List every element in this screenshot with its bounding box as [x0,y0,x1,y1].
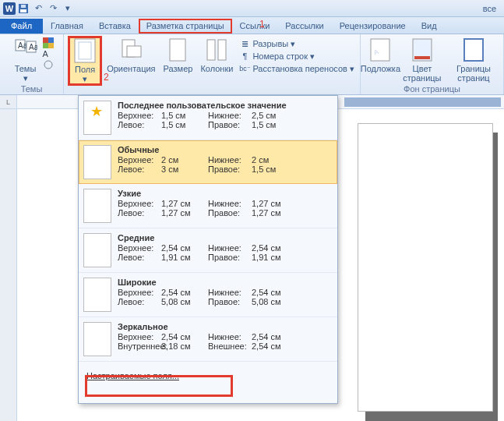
svg-rect-9 [43,43,48,48]
preset-title: Средние [118,233,331,242]
margins-dropdown: ★Последнее пользовательское значениеВерх… [78,95,338,404]
group-themes: AaAa Темы ▾ A Темы [0,34,64,94]
svg-rect-7 [43,37,48,43]
preset-title: Узкие [118,189,331,198]
qat-dropdown-icon[interactable]: ▾ [61,2,75,16]
page-borders-button[interactable]: Границы страниц [447,36,500,84]
columns-icon [204,37,229,62]
line-numbers-button[interactable]: ¶Номера строк▾ [239,50,354,62]
theme-effects-icon[interactable] [43,59,54,70]
svg-rect-23 [464,39,483,61]
line-numbers-icon: ¶ [239,51,250,62]
tab-home[interactable]: Главная [43,19,91,34]
preset-title: Обычные [118,145,331,154]
group-page-background: A Подложка Цвет страницы Границы страниц… [361,34,504,94]
theme-colors-icon[interactable] [43,37,54,48]
titlebar: W ↶ ↷ ▾ все [0,0,504,17]
svg-rect-1 [20,9,26,12]
hyphenation-button[interactable]: bc⁻Расстановка переносов▾ [239,62,354,75]
save-icon[interactable] [16,2,30,16]
themes-icon: AaAa [13,37,38,62]
group-label-background: Фон страницы [361,84,503,95]
document-page[interactable] [358,123,493,412]
tab-file[interactable]: Файл [0,19,43,34]
tab-review[interactable]: Рецензирование [332,19,414,34]
custom-margins-item[interactable]: Настраиваемые поля... [79,362,337,390]
margin-preset-3[interactable]: СредниеВерхнее:2,54 смНижнее:2,54 смЛево… [79,228,337,273]
svg-rect-15 [127,46,141,57]
svg-point-11 [44,61,52,69]
annotation-1: 1 [259,19,265,30]
margin-preset-2[interactable]: УзкиеВерхнее:1,27 смНижнее:1,27 смЛевое:… [79,184,337,228]
tab-references[interactable]: Ссылки [232,19,278,34]
svg-rect-22 [414,56,430,59]
svg-rect-18 [218,40,226,60]
margin-preset-5[interactable]: ЗеркальноеВерхнее:2,54 смНижнее:2,54 смВ… [79,317,337,362]
preset-title: Широкие [118,278,331,287]
group-label-themes: Темы [0,84,63,95]
svg-rect-2 [21,5,26,8]
ribbon: 2 AaAa Темы ▾ A Темы Поля ▾ [0,34,504,95]
document-area: L ★Последнее пользовательское значениеВе… [0,95,504,421]
preset-title: Зеркальное [118,322,331,331]
hyphenation-icon: bc⁻ [239,63,250,74]
margin-preset-0[interactable]: ★Последнее пользовательское значениеВерх… [79,96,337,140]
page-color-icon [410,37,435,62]
page-color-button[interactable]: Цвет страницы [399,36,446,84]
orientation-button[interactable]: Ориентация [104,36,158,75]
watermark-icon: A [368,37,393,62]
annotation-2: 2 [104,72,109,83]
margins-preset-icon [83,189,111,223]
margins-button[interactable]: Поля ▾ [68,36,102,86]
margins-preset-icon [83,278,111,312]
themes-button[interactable]: AaAa Темы ▾ [10,36,41,84]
quick-access-toolbar: W ↶ ↷ ▾ [3,2,75,16]
group-page-setup: Поля ▾ Ориентация Размер Колонки ≣Разрыв… [64,34,361,94]
svg-rect-10 [48,43,54,48]
margin-preset-1[interactable]: ОбычныеВерхнее:2 смНижнее:2 смЛевое:3 см… [79,140,337,184]
tab-page-layout[interactable]: Разметка страницы [139,19,232,34]
preset-title: Последнее пользовательское значение [118,101,331,110]
watermark-button[interactable]: A Подложка [364,36,397,75]
breaks-button[interactable]: ≣Разрывы▾ [239,37,354,50]
breaks-icon: ≣ [239,38,250,49]
redo-icon[interactable]: ↷ [46,2,60,16]
svg-text:Aa: Aa [29,43,37,51]
svg-rect-16 [170,39,185,61]
ribbon-tabs: Файл Главная Вставка Разметка страницы С… [0,17,504,34]
title-text: все [483,4,496,13]
orientation-icon [118,37,143,62]
margins-preset-icon [83,233,111,267]
margins-icon [72,38,97,63]
svg-rect-17 [207,40,215,60]
page-borders-icon [461,37,486,62]
tab-selector[interactable]: L [0,95,17,109]
columns-button[interactable]: Колонки [197,36,236,75]
star-icon: ★ [83,101,111,135]
ruler-vertical[interactable] [0,95,17,421]
word-app-icon[interactable]: W [3,2,16,15]
tab-insert[interactable]: Вставка [91,19,139,34]
margins-preset-icon [83,145,111,179]
svg-rect-8 [48,37,54,43]
theme-fonts-icon[interactable]: A [43,49,54,58]
tab-view[interactable]: Вид [414,19,445,34]
tab-mailings[interactable]: Рассылки [277,19,331,34]
margins-preset-icon [83,322,111,356]
margin-preset-4[interactable]: ШирокиеВерхнее:2,54 смНижнее:2,54 смЛево… [79,273,337,317]
undo-icon[interactable]: ↶ [31,2,45,16]
size-icon [165,37,190,62]
size-button[interactable]: Размер [160,36,196,75]
